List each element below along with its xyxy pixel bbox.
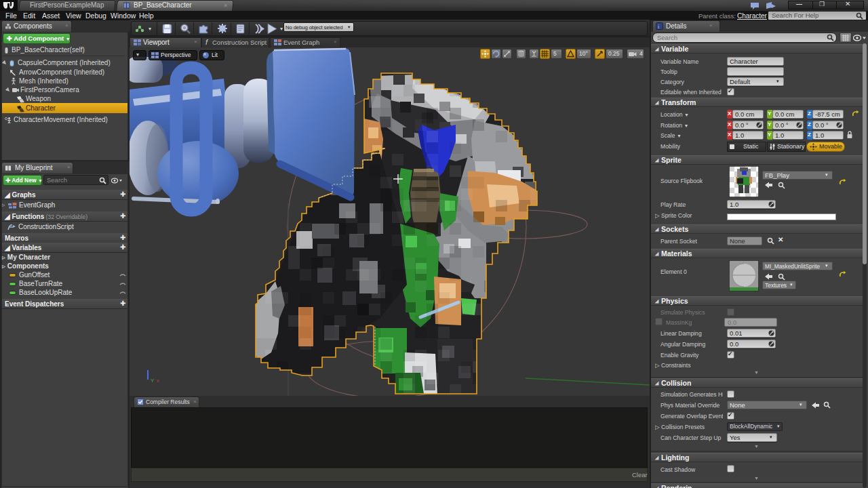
svg-text:x: x [157, 378, 159, 383]
svg-text:Y: Y [151, 378, 155, 384]
